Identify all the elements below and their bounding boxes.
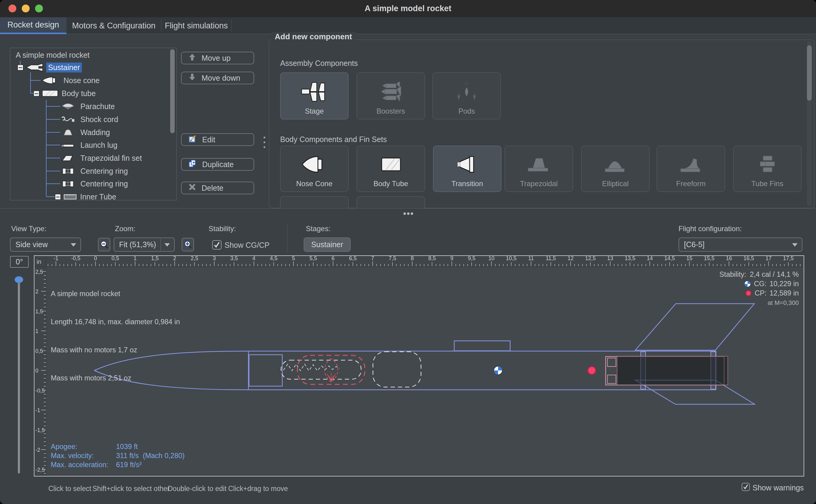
tree-row-launch-lug[interactable]: Launch lug (61, 139, 119, 151)
shock-cord-zigzag (283, 364, 340, 371)
section-assembly-components: Assembly Components (280, 59, 358, 68)
svg-text:12: 12 (568, 256, 574, 261)
tree-item-label: Sustainer (46, 63, 82, 73)
rocket-design-canvas[interactable]: in -1-0,500,511,522,533,544,555,566,577,… (34, 255, 804, 477)
svg-text:6,5: 6,5 (349, 256, 357, 261)
stage-icon (299, 79, 329, 105)
add-boosters-button[interactable]: Boosters (357, 73, 425, 119)
svg-text:-1,5: -1,5 (35, 427, 45, 433)
tree-item-label: Shock cord (79, 115, 120, 124)
show-warnings-checkbox[interactable] (742, 483, 750, 491)
tab-flight-simulations[interactable]: Flight simulations (161, 17, 232, 34)
svg-text:14: 14 (647, 256, 653, 261)
top-fin-outline (635, 304, 754, 350)
zoom-level-dropdown[interactable]: Fit (51,3%) (114, 237, 175, 252)
move-down-button[interactable]: Move down (181, 72, 254, 84)
tree-row-body-tube[interactable]: Body tube (34, 87, 98, 100)
rotation-angle-box[interactable]: 0° (10, 256, 29, 268)
svg-text:9: 9 (450, 256, 453, 261)
tree-row-centering-ring-1[interactable]: Centering ring (61, 165, 130, 177)
add-pods-button[interactable]: Pods (432, 73, 501, 119)
tree-row-centering-ring-2[interactable]: Centering ring (61, 177, 130, 190)
launch-lug-icon (61, 141, 75, 149)
rotation-slider-track[interactable] (18, 276, 20, 473)
splitter-handle-horizontal[interactable] (403, 211, 414, 216)
add-component-button-partial[interactable] (357, 196, 425, 208)
flight-config-dropdown[interactable]: [C6-5] (678, 237, 802, 252)
tree-item-label: Centering ring (79, 166, 130, 176)
svg-text:15,5: 15,5 (704, 256, 714, 261)
svg-text:15: 15 (686, 256, 692, 261)
add-transition-button[interactable]: Transition (433, 146, 501, 192)
tree-row-nose-cone[interactable]: Nose cone (42, 74, 102, 87)
rotation-slider-knob[interactable] (15, 276, 23, 283)
stage-toggle-sustainer[interactable]: Sustainer (304, 237, 351, 252)
add-component-title: Add new component (272, 32, 355, 41)
add-panel-scrollbar-thumb[interactable] (807, 45, 812, 101)
elliptical-fin-icon (600, 152, 630, 177)
trapezoidal-fin-icon (524, 152, 554, 177)
svg-text:8,5: 8,5 (428, 256, 436, 261)
flight-config-label: Flight configuration: (678, 225, 742, 233)
controls-separator (287, 224, 287, 252)
add-trapezoidal-fin-button[interactable]: Trapezoidal (505, 146, 573, 192)
tab-rocket-design[interactable]: Rocket design (0, 17, 66, 34)
tree-row-shock-cord[interactable]: Shock cord (61, 113, 120, 126)
rocket-info-block: A simple model rocket Length 16,748 in, … (51, 270, 180, 402)
stability-info-block: Stability:2,4 cal / 14,1 % CG:10,229 in … (719, 270, 799, 307)
svg-text:-0,5: -0,5 (35, 388, 45, 394)
splitter-handle-vertical[interactable] (264, 137, 265, 151)
tube-fins-icon (752, 152, 782, 177)
svg-text:14,5: 14,5 (664, 256, 675, 261)
add-body-tube-button[interactable]: Body Tube (357, 146, 425, 192)
add-component-button-partial[interactable] (280, 196, 348, 208)
tree-row-inner-tube[interactable]: Inner Tube (55, 190, 118, 200)
component-tree[interactable]: A simple model rocket Sustainer Nose con… (10, 48, 177, 200)
move-up-button[interactable]: Move up (181, 52, 254, 64)
show-cgcp-label: Show CG/CP (225, 241, 270, 250)
tab-separator (161, 20, 161, 32)
add-freeform-fin-button[interactable]: Freeform (657, 146, 725, 192)
tree-row-wadding[interactable]: Wadding (61, 126, 112, 139)
collapse-expander-icon[interactable] (18, 65, 23, 70)
parachute-icon (61, 102, 75, 110)
nose-cone-icon (42, 76, 59, 84)
checkmark-icon (213, 241, 221, 249)
duplicate-button[interactable]: Duplicate (181, 158, 254, 171)
magnifier-plus-icon (183, 240, 193, 249)
tree-item-label: Launch lug (79, 140, 119, 150)
stages-label: Stages: (306, 225, 330, 233)
add-tube-fins-button[interactable]: Tube Fins (733, 146, 801, 192)
delete-button[interactable]: Delete (181, 182, 254, 194)
svg-text:4,5: 4,5 (270, 256, 277, 261)
zoom-in-button[interactable] (182, 238, 194, 251)
inner-tube-icon (63, 193, 77, 200)
svg-text:3: 3 (213, 256, 216, 261)
tab-motors-configuration[interactable]: Motors & Configuration (66, 17, 161, 34)
svg-text:0: 0 (35, 368, 38, 374)
add-elliptical-fin-button[interactable]: Elliptical (581, 146, 649, 192)
tree-row-sustainer[interactable]: Sustainer (18, 61, 82, 74)
launch-lug-outline (454, 341, 510, 351)
chevron-down-icon (164, 243, 170, 247)
collapse-expander-icon[interactable] (34, 91, 39, 96)
chevron-down-icon (792, 243, 798, 247)
motor-body (617, 356, 728, 385)
simulation-results-block: Apogee:1039 ft Max. velocity:311 ft/s (M… (51, 442, 185, 469)
collapse-expander-icon[interactable] (55, 194, 61, 200)
pods-icon (452, 79, 482, 105)
tree-row-root[interactable]: A simple model rocket (14, 49, 92, 61)
tree-root-label: A simple model rocket (14, 50, 92, 60)
add-nose-cone-button[interactable]: Nose Cone (280, 146, 348, 192)
svg-text:-0,5: -0,5 (71, 256, 80, 261)
tree-row-parachute[interactable]: Parachute (61, 100, 117, 113)
tree-row-trapezoidal-fin-set[interactable]: Trapezoidal fin set (61, 152, 144, 164)
tree-scrollbar-thumb[interactable] (170, 49, 175, 133)
add-stage-button[interactable]: Stage (280, 73, 348, 119)
section-body-components: Body Components and Fin Sets (280, 135, 387, 144)
edit-button[interactable]: Edit (181, 133, 254, 146)
view-type-dropdown[interactable]: Side view (10, 237, 81, 252)
svg-text:1: 1 (134, 256, 137, 261)
zoom-out-button[interactable] (98, 238, 110, 251)
show-cgcp-checkbox[interactable] (212, 240, 222, 250)
